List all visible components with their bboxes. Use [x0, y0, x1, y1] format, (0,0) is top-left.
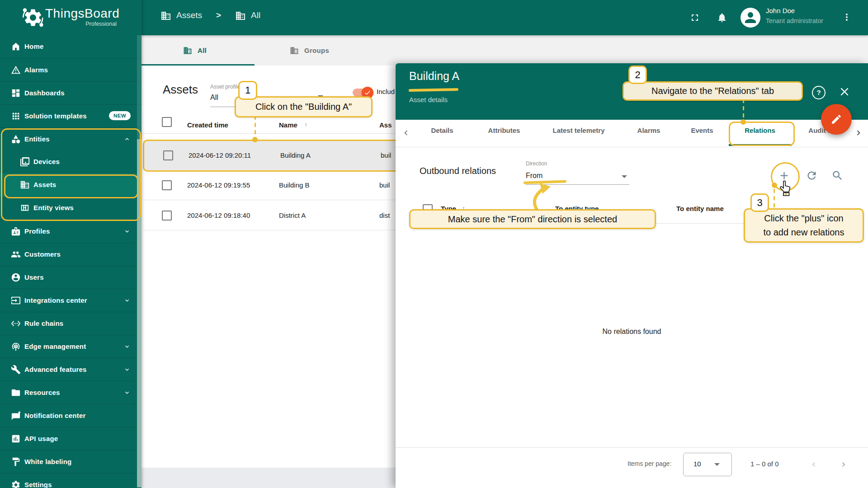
account-circle-icon — [11, 272, 21, 282]
sidebar-item-alarms[interactable]: Alarms — [0, 58, 142, 82]
sidebar-item-label: Alarms — [24, 66, 48, 74]
sidebar-item-settings[interactable]: Settings — [0, 473, 142, 488]
sidebar-item-solution-templates[interactable]: Solution templatesNEW — [0, 104, 142, 128]
folder-icon — [11, 388, 21, 398]
tab-all[interactable]: All — [183, 35, 207, 66]
sidebar-item-label: Profiles — [24, 227, 50, 235]
sidebar-item-entity-views[interactable]: Entity views — [0, 197, 142, 220]
settings-icon — [11, 480, 21, 488]
sidebar-item-label: Dashboards — [24, 89, 65, 97]
panel-tab-attributes[interactable]: Attributes — [488, 127, 520, 134]
row-checkbox[interactable] — [163, 150, 173, 160]
fullscreen-icon[interactable] — [689, 12, 700, 23]
people-icon — [11, 249, 21, 259]
sidebar-item-label: API usage — [24, 435, 58, 442]
help-button[interactable]: ? — [812, 86, 826, 99]
sidebar-item-label: Entities — [24, 135, 50, 143]
logo[interactable]: ThingsBoard Professional — [0, 0, 142, 35]
asset-profile-label: Asset profile — [210, 84, 240, 90]
entity-group-tabs: All Groups — [142, 35, 868, 66]
row-checkbox[interactable] — [162, 211, 172, 221]
panel-tab-latest-telemetry[interactable]: Latest telemetry — [552, 127, 604, 134]
breadcrumb-assets[interactable]: Assets — [176, 10, 202, 20]
category-icon — [11, 134, 21, 144]
step3-line2: to add new relations — [763, 225, 844, 239]
sidebar-item-rule-chains[interactable]: Rule chains — [0, 312, 142, 335]
sidebar-item-integrations-center[interactable]: Integrations center — [0, 289, 142, 312]
direction-value[interactable]: From — [526, 172, 542, 180]
asset-profile-value[interactable]: All — [210, 94, 218, 102]
step2-badge: 2 — [628, 66, 647, 84]
breadcrumb-all[interactable]: All — [251, 10, 260, 20]
sidebar-item-edge-management[interactable]: Edge management — [0, 335, 142, 358]
sidebar-item-label: Integrations center — [24, 296, 87, 304]
step3-connector — [774, 189, 775, 209]
relations-col-to-entity-name[interactable]: To entity name — [676, 205, 724, 212]
tabs-scroll-right-icon[interactable] — [854, 128, 863, 138]
sidebar-item-dashboards[interactable]: Dashboards — [0, 81, 142, 105]
more-menu-icon[interactable] — [841, 12, 852, 23]
cell-created: 2024-06-12 09:19:55 — [187, 181, 250, 189]
chevron-down-icon — [123, 343, 131, 350]
sidebar-item-label: Solution templates — [24, 112, 87, 120]
refresh-icon[interactable] — [806, 169, 818, 182]
thingsboard-app: Assets > All John Doe Tenant administrat… — [0, 0, 868, 488]
sidebar-item-white-labeling[interactable]: White labeling — [0, 450, 142, 474]
sidebar-item-devices[interactable]: Devices — [0, 150, 142, 174]
tab-groups[interactable]: Groups — [290, 35, 329, 66]
title-marker — [409, 88, 458, 92]
col-name[interactable]: Name — [279, 121, 297, 129]
items-per-page-caret-icon — [714, 463, 720, 466]
close-icon[interactable] — [839, 86, 850, 97]
page-previous-icon[interactable] — [809, 460, 818, 469]
notifications-bell-icon[interactable] — [717, 12, 727, 23]
sidebar-item-customers[interactable]: Customers — [0, 243, 142, 266]
search-icon[interactable] — [831, 169, 844, 182]
items-per-page-select[interactable]: 10 — [683, 453, 732, 476]
sidebar-scrollbar-thumb[interactable] — [137, 139, 142, 487]
tabs-scroll-left-icon[interactable] — [401, 128, 411, 138]
footer-divider — [396, 447, 868, 448]
page-next-icon[interactable] — [839, 460, 848, 469]
sidebar-item-home[interactable]: Home — [0, 35, 142, 58]
panel-tab-details[interactable]: Details — [431, 127, 453, 134]
row-checkbox[interactable] — [162, 180, 172, 190]
col-created-time[interactable]: Created time — [187, 121, 228, 129]
avatar[interactable] — [741, 8, 760, 28]
edit-fab[interactable] — [821, 104, 852, 135]
sidebar-item-profiles[interactable]: Profiles — [0, 220, 142, 243]
sidebar-item-label: Users — [24, 273, 44, 281]
sidebar-item-advanced-features[interactable]: Advanced features — [0, 358, 142, 381]
user-role: Tenant administrator — [766, 17, 823, 24]
tab-all-icon — [183, 46, 192, 55]
sidebar-item-label: Entity views — [33, 204, 74, 211]
sidebar-item-label: Advanced features — [24, 366, 87, 373]
direction-caret-icon[interactable] — [622, 175, 627, 178]
sidebar-scrollbar[interactable] — [137, 35, 142, 488]
sidebar-item-resources[interactable]: Resources — [0, 381, 142, 404]
sidebar-item-assets[interactable]: Assets — [0, 174, 142, 197]
col-asset-profile[interactable]: Ass — [379, 121, 392, 129]
tab-groups-label: Groups — [304, 47, 329, 54]
pagination-range: 1 – 0 of 0 — [750, 460, 779, 468]
step3-callout: Click the "plus" icon to add new relatio… — [744, 208, 864, 243]
tab-all-label: All — [198, 47, 207, 54]
step3-line1: Click the "plus" icon — [764, 211, 843, 225]
panel-tab-events[interactable]: Events — [691, 127, 713, 134]
select-all-checkbox[interactable] — [162, 117, 172, 127]
format-paint-icon — [11, 457, 21, 467]
avatar-person-icon — [742, 9, 759, 26]
sidebar-item-entities[interactable]: Entities — [0, 127, 142, 151]
sidebar-item-label: Rule chains — [24, 319, 63, 327]
cell-type: dist — [379, 211, 390, 219]
step1-callout: Click on the "Building A" — [235, 96, 373, 117]
ethernet-icon — [11, 319, 21, 328]
sidebar: ThingsBoard Professional HomeAlarmsDashb… — [0, 0, 142, 488]
sidebar-item-users[interactable]: Users — [0, 266, 142, 289]
panel-tab-alarms[interactable]: Alarms — [637, 127, 660, 134]
topbar: Assets > All John Doe Tenant administrat… — [142, 0, 868, 35]
sidebar-item-label: Resources — [24, 389, 60, 396]
sidebar-item-api-usage[interactable]: API usage — [0, 427, 142, 450]
step2-connector — [743, 99, 744, 121]
sidebar-item-notification-center[interactable]: Notification center — [0, 404, 142, 427]
